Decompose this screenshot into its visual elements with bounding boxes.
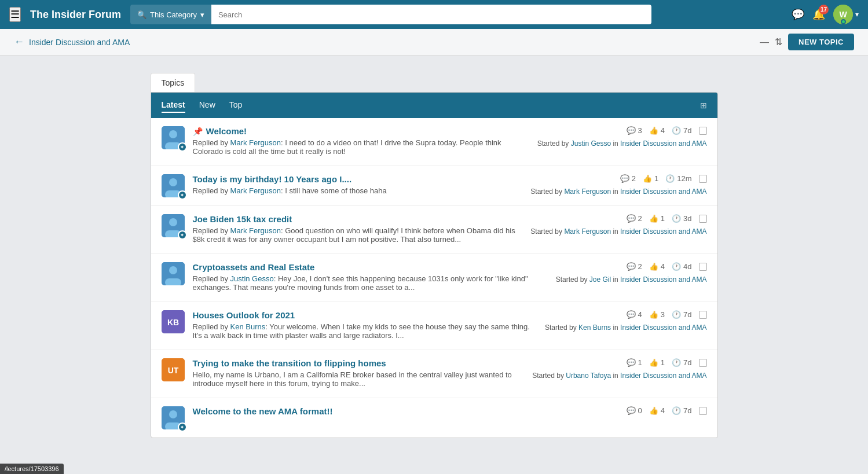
row-checkbox[interactable] (699, 263, 707, 271)
brand-logo: The Insider Forum (30, 9, 121, 21)
started-by-link[interactable]: Urbano Tafoya (566, 372, 611, 380)
clock-icon: 🕐 (672, 310, 681, 319)
comment-icon: 💬 (627, 406, 636, 415)
clock-icon: 🕐 (672, 214, 681, 223)
search-input[interactable] (211, 5, 651, 24)
topic-body: Today is my birthday! 10 Years ago I....… (193, 174, 523, 197)
notification-count: 17 (819, 5, 829, 14)
replied-by-link[interactable]: Ken Burns (230, 322, 266, 331)
table-row: Cryptoassets and Real Estate Replied by … (151, 254, 717, 302)
svg-point-9 (169, 218, 177, 226)
replied-by: Replied by Mark Ferguson: I still have s… (193, 186, 523, 195)
time-stamp: 🕐 7d (672, 310, 691, 319)
topic-body: 📌 Welcome! Replied by Mark Ferguson: I n… (193, 126, 529, 157)
like-count: 👍 1 (649, 358, 665, 367)
row-checkbox[interactable] (699, 359, 707, 367)
row-checkbox[interactable] (699, 127, 707, 135)
comment-count: 💬 2 (627, 214, 642, 223)
started-by-link[interactable]: Joe Gil (589, 275, 611, 284)
time-stamp: 🕐 3d (672, 214, 691, 223)
replied-by: Hello, my name is Urbano, I am a Califor… (193, 370, 525, 388)
minimize-button[interactable]: — (760, 37, 769, 47)
search-icon: 🔍 (137, 10, 147, 19)
back-arrow-icon: ← (14, 36, 24, 48)
avatar (162, 262, 185, 285)
online-indicator (841, 19, 846, 24)
topic-title[interactable]: Trying to make the transition to flippin… (193, 358, 386, 368)
like-count: 👍 1 (649, 214, 665, 223)
like-count: 👍 3 (649, 310, 665, 319)
table-row: ✦ Welcome to the new AMA format!! 💬 0 👍 … (151, 398, 717, 438)
replied-by-link[interactable]: Mark Ferguson (230, 138, 281, 147)
clock-icon: 🕐 (665, 174, 675, 183)
started-by-link[interactable]: Ken Burns (578, 324, 611, 332)
topic-table: Latest New Top ⊞ ✦ 📌 Welcome! (151, 92, 718, 438)
topic-meta: 💬 4 👍 3 🕐 7d Started by Ken Burns in Ins… (545, 310, 707, 333)
started-by-link[interactable]: Mark Ferguson (564, 188, 611, 196)
tab-latest[interactable]: Latest (162, 98, 185, 113)
category-link[interactable]: Insider Discussion and AMA (620, 324, 706, 332)
topic-started-by: Started by Mark Ferguson in Insider Disc… (530, 186, 706, 197)
topic-title[interactable]: Cryptoassets and Real Estate (193, 262, 315, 272)
new-topic-button[interactable]: NEW TOPIC (788, 34, 854, 50)
svg-rect-13 (165, 278, 181, 285)
svg-point-12 (169, 266, 177, 274)
svg-text:UT: UT (167, 366, 178, 375)
replied-by-link[interactable]: Mark Ferguson (230, 226, 281, 235)
search-wrapper: 🔍 This Category ▾ (130, 5, 651, 24)
search-category-button[interactable]: 🔍 This Category ▾ (130, 5, 211, 24)
comment-icon: 💬 (627, 358, 636, 367)
svg-text:KB: KB (167, 318, 178, 327)
chat-button[interactable]: 💬 (792, 8, 804, 21)
like-count: 👍 4 (649, 406, 665, 415)
hamburger-menu-button[interactable]: ☰ (9, 7, 21, 22)
topic-stats: 💬 4 👍 3 🕐 7d (627, 310, 707, 319)
topic-started-by: Started by Mark Ferguson in Insider Disc… (530, 226, 706, 237)
svg-point-6 (169, 178, 177, 186)
topic-title[interactable]: Welcome! (206, 126, 247, 136)
topic-meta: 💬 3 👍 4 🕐 7d Started by Justin Gesso in … (537, 126, 707, 149)
topic-meta: 💬 0 👍 4 🕐 7d (591, 406, 707, 429)
grid-icon[interactable]: ⊞ (700, 101, 707, 110)
chat-icon: 💬 (792, 8, 804, 21)
tab-top[interactable]: Top (229, 98, 243, 113)
comment-count: 💬 3 (627, 126, 642, 135)
started-by-link[interactable]: Justin Gesso (571, 139, 611, 148)
avatar: ✦ (162, 214, 185, 237)
row-checkbox[interactable] (699, 175, 707, 183)
topic-body: Joe Biden 15k tax credit Replied by Mark… (193, 214, 523, 245)
breadcrumb-link[interactable]: Insider Discussion and AMA (29, 38, 130, 47)
topic-title[interactable]: Today is my birthday! 10 Years ago I.... (193, 174, 352, 184)
row-checkbox[interactable] (699, 311, 707, 319)
topic-stats: 💬 2 👍 1 🕐 3d (627, 214, 707, 223)
started-by-link[interactable]: Mark Ferguson (564, 227, 611, 236)
table-row: KB Houses Outlook for 2021 Replied by Ke… (151, 302, 717, 350)
category-link[interactable]: Insider Discussion and AMA (620, 139, 706, 148)
category-link[interactable]: Insider Discussion and AMA (620, 188, 706, 196)
category-link[interactable]: Insider Discussion and AMA (620, 275, 706, 284)
topic-title[interactable]: Welcome to the new AMA format!! (193, 406, 333, 416)
replied-by-link[interactable]: Mark Ferguson (230, 186, 281, 195)
notifications-button[interactable]: 🔔 17 (812, 8, 825, 21)
avatar: ✦ (162, 126, 185, 149)
category-link[interactable]: Insider Discussion and AMA (620, 372, 706, 380)
sub-header: ← Insider Discussion and AMA — ⇅ NEW TOP… (0, 29, 868, 56)
replied-by: Replied by Ken Burns: Your welcome. When… (193, 322, 537, 340)
pinned-icon: 📌 (193, 127, 203, 136)
replied-by-link[interactable]: Justin Gesso (230, 274, 274, 283)
category-link[interactable]: Insider Discussion and AMA (620, 227, 706, 236)
sort-button[interactable]: ⇅ (775, 36, 782, 47)
topic-title[interactable]: Joe Biden 15k tax credit (193, 214, 292, 224)
row-checkbox[interactable] (699, 407, 707, 415)
row-checkbox[interactable] (699, 215, 707, 223)
topic-meta: 💬 2 👍 4 🕐 4d Started by Joe Gil in Insid… (556, 262, 707, 285)
avatar: KB (162, 310, 185, 333)
comment-count: 💬 4 (627, 310, 642, 319)
comment-icon: 💬 (627, 214, 636, 223)
topic-title[interactable]: Houses Outlook for 2021 (193, 310, 295, 320)
tab-new[interactable]: New (199, 98, 215, 113)
user-avatar-button[interactable]: W ▾ (833, 5, 859, 24)
back-button[interactable]: ← (14, 36, 24, 48)
avatar-chevron: ▾ (855, 10, 859, 19)
main-content: Topics Latest New Top ⊞ ✦ 📌 Welc (0, 56, 868, 455)
